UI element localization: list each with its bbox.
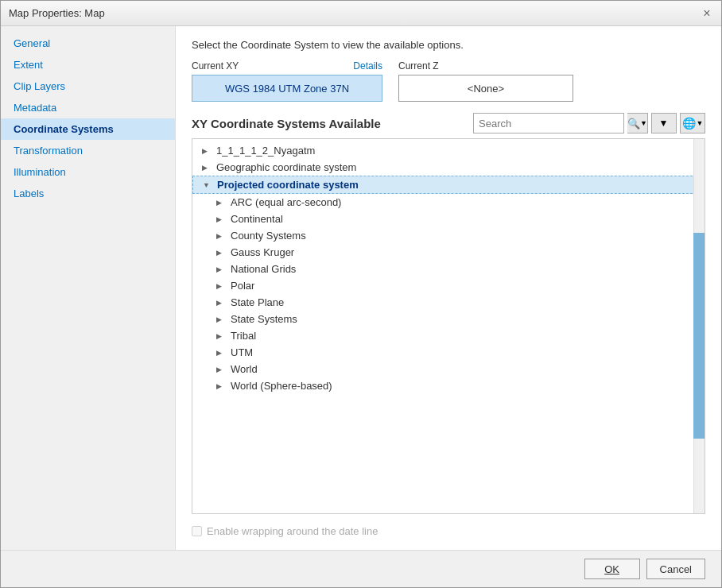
tree-arrow-arc: ▶ [216,199,227,207]
search-icon: 🔍 [627,118,640,130]
tree-label-national-grids: National Grids [231,263,296,275]
tree-arrow-county-systems: ▶ [216,232,227,240]
tree-item-world-sphere[interactable]: ▶World (Sphere-based) [192,377,705,394]
tree-item-world[interactable]: ▶World [192,361,705,377]
details-link[interactable]: Details [353,60,382,72]
sidebar-item-labels[interactable]: Labels [1,183,175,204]
tree-arrow-world: ▶ [216,366,227,373]
sidebar-item-coordinate-systems[interactable]: Coordinate Systems [1,118,175,140]
available-section: XY Coordinate Systems Available 🔍 ▼ ▼ [192,113,705,542]
globe-icon: 🌐 [682,117,696,130]
tree-item-projected[interactable]: ▼Projected coordinate system [192,176,705,194]
tree-label-state-plane: State Plane [231,296,284,308]
current-xy-label: Current XY [192,60,239,72]
tree-label-projected: Projected coordinate system [217,179,359,191]
tree-label-utm: UTM [231,346,253,358]
tree-item-county-systems[interactable]: ▶County Systems [192,227,705,244]
current-xy-button[interactable]: WGS 1984 UTM Zone 37N [192,75,382,102]
cancel-button[interactable]: Cancel [646,559,705,579]
search-input-wrap [473,113,624,133]
tree-item-continental[interactable]: ▶Continental [192,211,705,227]
search-input[interactable] [473,113,624,133]
tree-label-arc: ARC (equal arc-second) [231,196,341,208]
tree-item-gauss-kruger[interactable]: ▶Gauss Kruger [192,244,705,261]
tree-arrow-continental: ▶ [216,215,227,223]
tree-item-polar[interactable]: ▶Polar [192,277,705,294]
wrap-checkbox[interactable] [192,526,202,536]
tree-container[interactable]: ▶1_1_1_1_2_Nyagatm▶Geographic coordinate… [192,138,705,514]
checkbox-row: Enable wrapping around the date line [192,520,705,542]
main-content: Select the Coordinate System to view the… [176,26,721,550]
sidebar-item-metadata[interactable]: Metadata [1,97,175,118]
chevron-down-icon: ▼ [640,119,647,127]
tree-arrow-tribal: ▶ [216,332,227,340]
tree-label-state-systems: State Systems [231,313,297,325]
ok-button[interactable]: OK [584,559,640,579]
dialog-map-properties: Map Properties: Map × GeneralExtentClip … [0,0,722,588]
dialog-footer: OK Cancel [1,550,721,587]
current-z-button[interactable]: <None> [398,75,573,102]
available-title: XY Coordinate Systems Available [192,117,381,130]
tree-arrow-world-sphere: ▶ [216,382,227,390]
tree-item-national-grids[interactable]: ▶National Grids [192,261,705,277]
tree-item-prev-item[interactable]: ▶1_1_1_1_2_Nyagatm [192,142,705,159]
filter-button[interactable]: ▼ [651,113,677,133]
sidebar-item-extent[interactable]: Extent [1,54,175,75]
tree-label-prev-item: 1_1_1_1_2_Nyagatm [216,145,315,157]
description-text: Select the Coordinate System to view the… [192,39,705,51]
tree-label-gauss-kruger: Gauss Kruger [231,246,294,258]
tree-arrow-prev-item: ▶ [202,147,213,155]
tree-arrow-gauss-kruger: ▶ [216,249,227,257]
tree-arrow-projected: ▼ [203,181,214,189]
tree-label-continental: Continental [231,213,283,225]
available-header: XY Coordinate Systems Available 🔍 ▼ ▼ [192,113,705,133]
current-z-group: Current Z <None> [398,60,573,102]
tree-arrow-utm: ▶ [216,349,227,357]
tree-label-tribal: Tribal [231,330,256,342]
tree-item-state-systems[interactable]: ▶State Systems [192,311,705,327]
sidebar-item-transformation[interactable]: Transformation [1,140,175,161]
tree-item-utm[interactable]: ▶UTM [192,344,705,361]
tree-arrow-state-systems: ▶ [216,315,227,323]
tree-arrow-state-plane: ▶ [216,299,227,307]
tree-item-geographic[interactable]: ▶Geographic coordinate system [192,159,705,176]
globe-button[interactable]: 🌐 ▼ [680,113,705,133]
sidebar-item-illumination[interactable]: Illumination [1,161,175,183]
coord-row: Current XY Details WGS 1984 UTM Zone 37N… [192,60,705,102]
tree-item-arc[interactable]: ▶ARC (equal arc-second) [192,194,705,211]
search-button[interactable]: 🔍 ▼ [627,113,648,133]
sidebar-item-general[interactable]: General [1,33,175,54]
current-z-label: Current Z [398,60,573,72]
tree-arrow-geographic: ▶ [202,164,213,172]
tree-arrow-polar: ▶ [216,282,227,290]
tree-item-tribal[interactable]: ▶Tribal [192,327,705,344]
current-xy-group: Current XY Details WGS 1984 UTM Zone 37N [192,60,382,102]
dialog-title: Map Properties: Map [9,7,105,19]
sidebar: GeneralExtentClip LayersMetadataCoordina… [1,26,176,550]
search-row: 🔍 ▼ ▼ 🌐 ▼ [473,113,705,133]
tree-item-state-plane[interactable]: ▶State Plane [192,294,705,311]
tree-label-geographic: Geographic coordinate system [216,161,356,173]
wrap-checkbox-label: Enable wrapping around the date line [207,525,378,537]
sidebar-item-clip-layers[interactable]: Clip Layers [1,75,175,97]
tree-label-world: World [231,363,258,375]
tree-label-county-systems: County Systems [231,230,306,242]
close-button[interactable]: × [701,7,713,20]
globe-dropdown-icon: ▼ [697,119,704,127]
dialog-body: GeneralExtentClip LayersMetadataCoordina… [1,26,721,550]
tree-arrow-national-grids: ▶ [216,265,227,273]
filter-icon: ▼ [659,118,669,129]
title-bar: Map Properties: Map × [1,1,721,26]
tree-label-polar: Polar [231,280,254,292]
tree-label-world-sphere: World (Sphere-based) [231,380,332,392]
